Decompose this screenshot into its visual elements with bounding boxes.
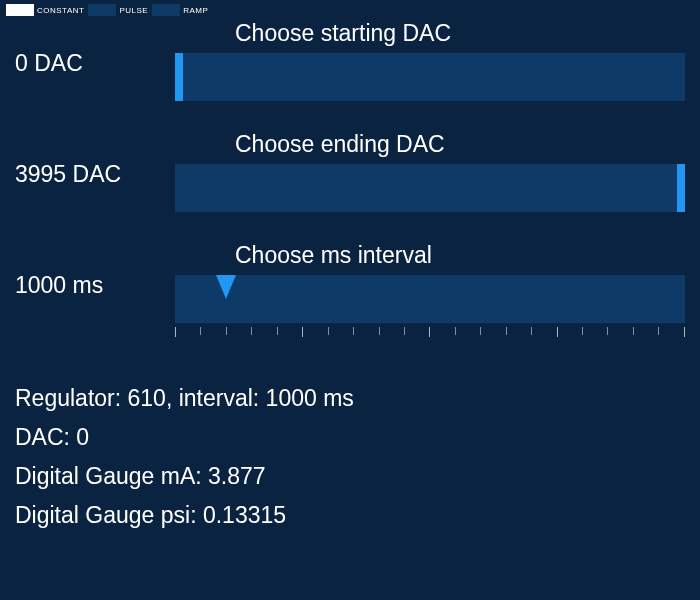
starting-dac-title: Choose starting DAC	[235, 20, 685, 47]
interval-thumb[interactable]	[216, 275, 236, 299]
legend-swatch-pulse	[88, 4, 116, 16]
interval-title: Choose ms interval	[235, 242, 685, 269]
legend-label-pulse: PULSE	[119, 6, 148, 15]
ending-dac-value: 3995 DAC	[15, 161, 175, 188]
status-gauge-psi: Digital Gauge psi: 0.13315	[15, 502, 685, 529]
legend-label-constant: CONSTANT	[37, 6, 84, 15]
slider-row-ending-dac: 3995 DAC Choose ending DAC	[15, 131, 685, 212]
ending-dac-slider[interactable]	[175, 164, 685, 212]
legend-bar: CONSTANT PULSE RAMP	[0, 0, 700, 20]
interval-slider[interactable]	[175, 275, 685, 323]
starting-dac-value: 0 DAC	[15, 50, 175, 77]
status-regulator: Regulator: 610, interval: 1000 ms	[15, 385, 685, 412]
slider-row-starting-dac: 0 DAC Choose starting DAC	[15, 20, 685, 101]
legend-item-constant[interactable]: CONSTANT	[6, 4, 84, 16]
legend-item-ramp[interactable]: RAMP	[152, 4, 208, 16]
legend-item-pulse[interactable]: PULSE	[88, 4, 148, 16]
legend-swatch-constant	[6, 4, 34, 16]
slider-row-interval: 1000 ms Choose ms interval	[15, 242, 685, 337]
starting-dac-slider[interactable]	[175, 53, 685, 101]
status-gauge-ma: Digital Gauge mA: 3.877	[15, 463, 685, 490]
legend-label-ramp: RAMP	[183, 6, 208, 15]
starting-dac-thumb[interactable]	[175, 53, 183, 101]
status-dac: DAC: 0	[15, 424, 685, 451]
ending-dac-title: Choose ending DAC	[235, 131, 685, 158]
interval-value: 1000 ms	[15, 272, 175, 299]
ending-dac-thumb[interactable]	[677, 164, 685, 212]
interval-ticks	[175, 327, 685, 337]
legend-swatch-ramp	[152, 4, 180, 16]
status-section: Regulator: 610, interval: 1000 ms DAC: 0…	[0, 367, 700, 529]
